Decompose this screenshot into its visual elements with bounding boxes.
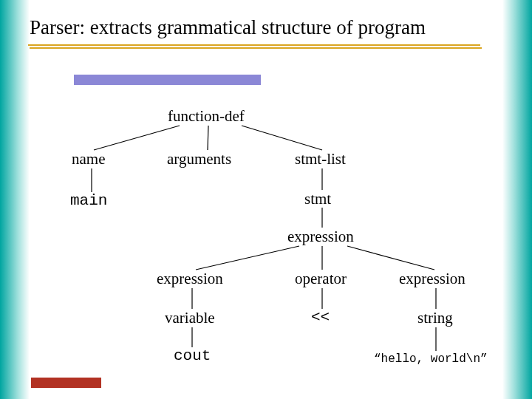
node-cout: cout <box>174 347 211 364</box>
gradient-left <box>0 0 30 399</box>
footer-bar <box>31 378 101 388</box>
node-main: main <box>70 192 107 209</box>
svg-line-8 <box>347 246 434 270</box>
svg-line-2 <box>242 126 322 150</box>
node-name: name <box>72 150 105 168</box>
node-operator: operator <box>295 270 347 288</box>
node-stmt-list: stmt-list <box>295 150 346 168</box>
purple-bar <box>74 75 261 85</box>
svg-line-6 <box>196 246 299 270</box>
node-expression-left: expression <box>157 270 223 288</box>
node-function-def: function-def <box>168 107 245 126</box>
gradient-right <box>502 0 532 399</box>
node-variable: variable <box>165 309 215 327</box>
node-arguments: arguments <box>167 150 231 168</box>
slide-title: Parser: extracts grammatical structure o… <box>30 16 426 39</box>
svg-line-1 <box>208 126 208 150</box>
svg-line-0 <box>94 126 180 150</box>
node-string-literal: “hello, world\n” <box>374 352 488 366</box>
title-underline-2 <box>30 47 482 49</box>
node-stmt: stmt <box>304 190 331 208</box>
node-op-value: << <box>311 309 330 326</box>
node-expression-top: expression <box>287 228 354 246</box>
title-underline-1 <box>28 44 480 46</box>
node-expression-right: expression <box>399 270 466 288</box>
node-string: string <box>417 309 453 327</box>
